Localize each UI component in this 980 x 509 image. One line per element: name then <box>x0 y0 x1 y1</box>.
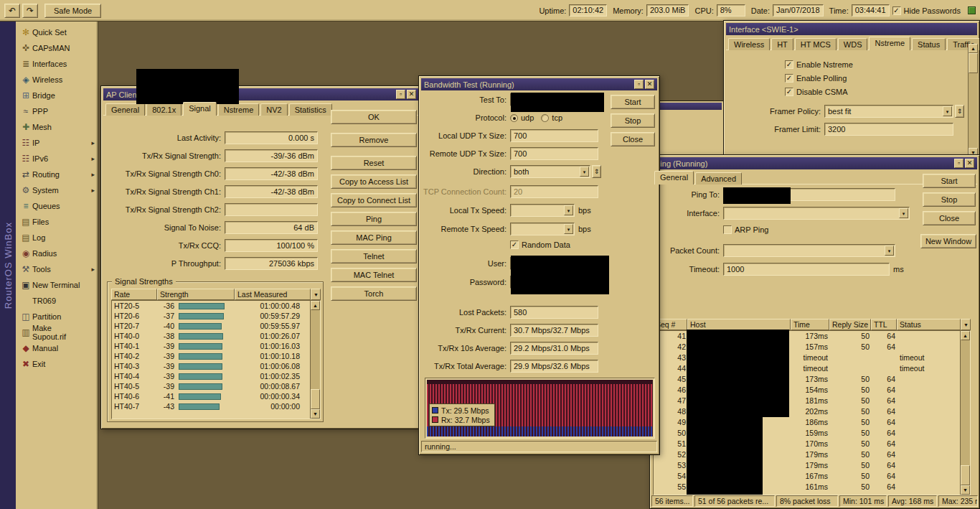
direction-updown-button[interactable]: ⇕ <box>592 165 601 178</box>
tab-statistics[interactable]: Statistics <box>289 103 332 116</box>
reset-button[interactable]: Reset <box>331 156 417 170</box>
col-ttl[interactable]: TTL <box>871 319 897 330</box>
scroll-up-icon[interactable]: ▲ <box>969 44 978 53</box>
tab-general[interactable]: General <box>654 171 694 185</box>
sidebar-item[interactable]: ▥ Make Supout.rif <box>16 324 98 340</box>
signal-row[interactable]: HT40-4 -39 01:00:02.35 <box>112 371 310 381</box>
copy-to-access-list-button[interactable]: Copy to Access List <box>331 174 417 189</box>
close-button[interactable]: Close <box>611 132 655 146</box>
framer-policy-select[interactable]: best fit▾ <box>824 105 953 118</box>
sidebar-item[interactable]: ≣ Interfaces <box>16 56 98 72</box>
signal-table-scrollbar[interactable]: ▲ ▼ <box>310 301 320 419</box>
col-time[interactable]: Time <box>791 319 829 330</box>
remove-button[interactable]: Remove <box>331 133 417 147</box>
signal-row[interactable]: HT40-3 -39 01:00:06.08 <box>112 361 310 371</box>
scrollbar-thumb[interactable] <box>961 465 970 485</box>
signal-row[interactable]: HT20-6 -37 00:59:57.29 <box>112 311 310 321</box>
tab-signal[interactable]: Signal <box>183 102 217 116</box>
local-tx-speed-input[interactable]: ▾ <box>510 204 575 217</box>
arp-ping-checkbox[interactable]: ✓ <box>723 225 732 234</box>
sidebar-item[interactable]: ≈ PPP <box>16 103 98 119</box>
undo-button[interactable]: ↶ <box>4 4 20 18</box>
signal-row[interactable]: HT40-7 -43 00:00:00 <box>112 401 310 411</box>
dropdown-icon[interactable]: ▾ <box>885 246 894 256</box>
telnet-button[interactable]: Telnet <box>331 249 417 263</box>
tab-nv2[interactable]: NV2 <box>260 103 287 116</box>
dropdown-icon[interactable]: ▾ <box>943 106 952 116</box>
minimize-button[interactable]: ▫ <box>954 159 963 168</box>
scrollbar-thumb[interactable] <box>311 389 320 409</box>
sidebar-item[interactable]: ✻ Quick Set <box>16 24 98 40</box>
safe-mode-button[interactable]: Safe Mode <box>44 4 101 18</box>
tab-wds[interactable]: WDS <box>838 38 868 50</box>
tab-wireless[interactable]: Wireless <box>728 38 770 50</box>
udp-radio[interactable] <box>510 114 518 122</box>
random-data-checkbox[interactable]: ✓ <box>510 241 519 249</box>
mac-ping-button[interactable]: MAC Ping <box>331 230 417 245</box>
dropdown-icon[interactable]: ▾ <box>580 167 589 177</box>
enable-nstreme-checkbox[interactable]: ✓ <box>785 60 793 69</box>
sidebar-item[interactable]: ◆ Manual <box>16 340 98 356</box>
ping-start-button[interactable]: Start <box>923 174 976 188</box>
col-host[interactable]: Host <box>687 319 791 330</box>
copy-to-connect-list-button[interactable]: Copy to Connect List <box>331 193 417 207</box>
col-status[interactable]: Status <box>897 319 961 330</box>
signal-row[interactable]: HT40-5 -39 00:00:08.67 <box>112 381 310 391</box>
ping-stop-button[interactable]: Stop <box>923 192 976 207</box>
ping-table-scrollbar[interactable]: ▲ ▼ <box>960 331 970 495</box>
col-strength[interactable]: Strength <box>157 289 235 300</box>
signal-row[interactable]: HT40-0 -38 01:00:26.07 <box>112 331 310 341</box>
scroll-down-icon[interactable]: ▼ <box>961 485 970 495</box>
signal-row[interactable]: HT20-5 -36 01:00:00.48 <box>112 301 310 311</box>
scroll-up-icon[interactable]: ▲ <box>311 301 320 310</box>
sidebar-item[interactable]: ☷ IP ▸ <box>16 135 98 151</box>
disable-csma-checkbox[interactable]: ✓ <box>785 88 793 96</box>
local-udp-tx-size-input[interactable]: 700 <box>510 129 598 142</box>
direction-select[interactable]: both▾ <box>510 165 590 178</box>
sidebar-item[interactable]: ◉ Radius <box>16 246 98 261</box>
timeout-input[interactable]: 1000 <box>723 263 890 276</box>
redo-button[interactable]: ↷ <box>22 4 38 18</box>
col-last-measured[interactable]: Last Measured <box>235 289 311 300</box>
signal-row[interactable]: HT40-6 -41 00:00:00.34 <box>112 391 310 401</box>
tab-ht-mcs[interactable]: HT MCS <box>795 38 837 50</box>
sidebar-item[interactable]: ≡ Queues <box>16 198 98 214</box>
hide-passwords-checkbox[interactable]: ✓ <box>892 6 901 15</box>
sidebar-item[interactable]: ⚒ Tools ▸ <box>16 261 98 277</box>
sidebar-item[interactable]: ▤ Files <box>16 214 98 230</box>
sidebar-item[interactable]: ⇄ Routing ▸ <box>16 167 98 182</box>
sidebar-item[interactable]: ◫ Partition <box>16 309 98 324</box>
background-window-titlebar[interactable] <box>654 103 722 110</box>
framer-policy-updown-button[interactable]: ⇕ <box>955 105 964 118</box>
sidebar-item[interactable]: ⚙ System ▸ <box>16 182 98 198</box>
ping-close-button[interactable]: Close <box>923 211 976 225</box>
remote-tx-speed-input[interactable]: ▾ <box>510 223 575 235</box>
sidebar-item[interactable]: ▤ Log <box>16 230 98 246</box>
sidebar-item[interactable]: ▣ New Terminal <box>16 277 98 293</box>
signal-row[interactable]: HT20-7 -40 00:59:55.97 <box>112 321 310 331</box>
tab-8021x[interactable]: 802.1x <box>146 103 182 116</box>
interface-titlebar[interactable]: Interface <SWIE-1> <box>726 23 977 35</box>
signal-row[interactable]: HT40-2 -39 01:00:10.18 <box>112 351 310 361</box>
column-select-button[interactable]: ▼ <box>311 289 321 300</box>
ping-button[interactable]: Ping <box>331 212 417 226</box>
tab-nstreme[interactable]: Nstreme <box>869 37 910 50</box>
packet-count-input[interactable]: ▾ <box>723 244 895 257</box>
stop-button[interactable]: Stop <box>611 113 655 128</box>
signal-row[interactable]: HT40-1 -39 01:00:16.03 <box>112 341 310 351</box>
enable-polling-checkbox[interactable]: ✓ <box>785 74 793 83</box>
dropdown-icon[interactable]: ▾ <box>564 224 573 234</box>
scrollbar-thumb[interactable] <box>969 53 978 73</box>
minimize-button[interactable]: ▫ <box>634 80 644 89</box>
scroll-down-icon[interactable]: ▼ <box>311 409 320 419</box>
remote-udp-tx-size-input[interactable]: 700 <box>510 147 598 160</box>
tab-general[interactable]: General <box>105 103 145 116</box>
column-select-button[interactable]: ▼ <box>961 319 971 330</box>
mac-telnet-button[interactable]: MAC Telnet <box>331 268 417 282</box>
sidebar-item[interactable]: ◈ Wireless <box>16 72 98 88</box>
sidebar-item[interactable]: ✜ CAPsMAN <box>16 40 98 56</box>
new-window-button[interactable]: New Window <box>920 234 976 248</box>
dropdown-icon[interactable]: ▾ <box>564 205 573 215</box>
scroll-up-icon[interactable]: ▲ <box>961 331 970 340</box>
torch-button[interactable]: Torch <box>331 286 417 301</box>
